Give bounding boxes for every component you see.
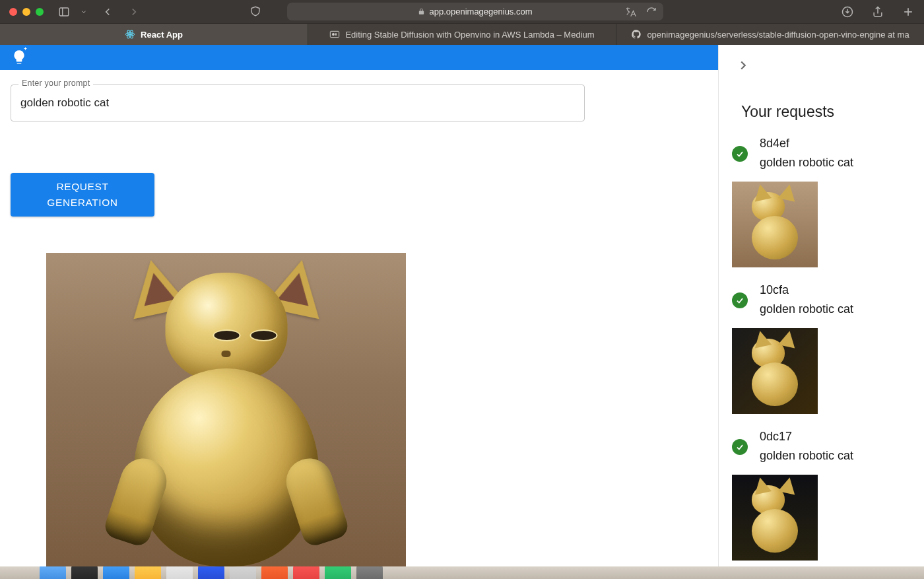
status-success-icon: [732, 439, 748, 455]
request-id: 0dc17: [760, 430, 853, 444]
prompt-input[interactable]: [11, 85, 585, 121]
status-success-icon: [732, 292, 748, 308]
chevron-down-icon[interactable]: [81, 6, 87, 18]
collapse-sidebar-icon[interactable]: [736, 58, 750, 73]
nav-back-icon[interactable]: [102, 6, 114, 18]
svg-point-11: [335, 33, 337, 36]
app-root: Enter your prompt REQUESTGENERATION: [0, 45, 924, 566]
prompt-label: Enter your prompt: [18, 79, 93, 88]
close-window[interactable]: [9, 8, 17, 16]
sidebar-toggle-icon[interactable]: [58, 6, 70, 18]
app-header: [0, 45, 718, 70]
address-bar[interactable]: app.openimagegenius.com: [287, 3, 663, 20]
prompt-field: Enter your prompt: [11, 85, 585, 121]
window-controls: [9, 8, 44, 16]
request-id: 10cfa: [760, 283, 853, 297]
react-icon: [125, 29, 135, 40]
maximize-window[interactable]: [36, 8, 44, 16]
status-success-icon: [732, 146, 748, 162]
browser-toolbar: app.openimagegenius.com: [0, 0, 924, 23]
lightbulb-logo-icon: [11, 49, 28, 66]
golden-cat-illustration: [101, 259, 352, 563]
content-area: Enter your prompt REQUESTGENERATION: [0, 70, 718, 566]
tab-medium-article[interactable]: Editing Stable Diffusion with Openvino i…: [308, 24, 616, 45]
shield-icon[interactable]: [249, 5, 261, 17]
address-url: app.openimagegenius.com: [429, 7, 532, 17]
result-area: [11, 217, 708, 566]
nav-forward-icon[interactable]: [128, 6, 140, 18]
sidebar-title: Your requests: [719, 86, 924, 127]
request-item[interactable]: 8d4ef golden robotic cat: [732, 127, 924, 274]
tab-github-repo[interactable]: openimagegenius/serverless/stable-diffus…: [616, 24, 924, 45]
request-prompt: golden robotic cat: [760, 449, 853, 463]
request-generation-button[interactable]: REQUESTGENERATION: [11, 173, 154, 217]
svg-point-5: [129, 34, 131, 36]
svg-rect-0: [59, 8, 69, 16]
tab-react-app[interactable]: React App: [0, 24, 308, 45]
downloads-icon[interactable]: [841, 5, 854, 18]
macos-dock-sliver: [0, 566, 924, 579]
medium-icon: [329, 29, 340, 40]
generated-image[interactable]: [46, 253, 406, 566]
translate-icon[interactable]: [624, 6, 637, 18]
share-icon[interactable]: [871, 5, 884, 18]
request-item[interactable]: 0dc17 golden robotic cat: [732, 421, 924, 566]
browser-tabstrip: React App Editing Stable Diffusion with …: [0, 23, 924, 45]
svg-point-10: [332, 33, 335, 36]
request-thumbnail[interactable]: [732, 328, 818, 414]
request-prompt: golden robotic cat: [760, 302, 853, 316]
lock-icon: [418, 8, 425, 15]
tab-label: React App: [141, 30, 183, 40]
tab-label: openimagegenius/serverless/stable-diffus…: [647, 30, 909, 40]
tab-label: Editing Stable Diffusion with Openvino i…: [345, 30, 594, 40]
request-prompt: golden robotic cat: [760, 156, 853, 170]
new-tab-icon[interactable]: [902, 5, 915, 18]
minimize-window[interactable]: [22, 8, 30, 16]
request-thumbnail[interactable]: [732, 182, 818, 267]
reload-icon[interactable]: [646, 6, 657, 18]
request-item[interactable]: 10cfa golden robotic cat: [732, 274, 924, 421]
requests-sidebar: Your requests 8d4ef golden robotic cat: [718, 45, 924, 566]
github-icon: [631, 29, 642, 40]
requests-list: 8d4ef golden robotic cat 10cfa golden ro…: [719, 127, 924, 566]
request-id: 8d4ef: [760, 137, 853, 151]
sidebar-header: [719, 45, 924, 86]
main-pane: Enter your prompt REQUESTGENERATION: [0, 45, 718, 566]
request-thumbnail[interactable]: [732, 475, 818, 561]
